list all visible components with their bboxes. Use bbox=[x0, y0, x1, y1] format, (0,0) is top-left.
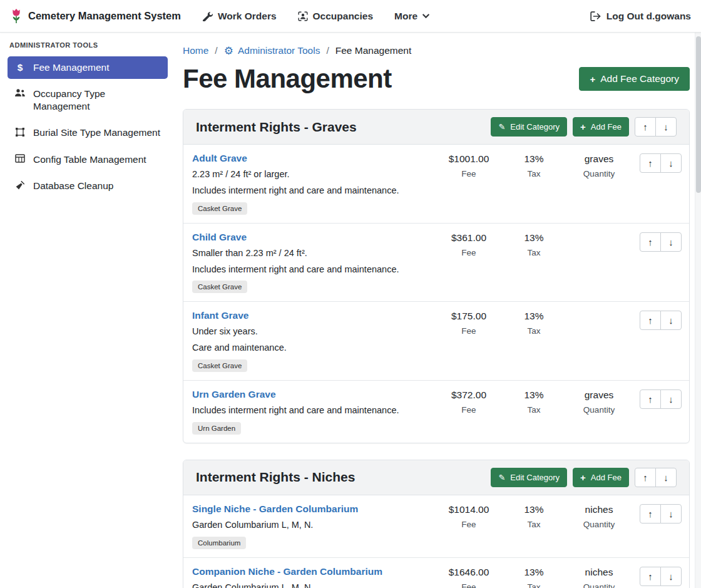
fee-amount: $1646.00 bbox=[436, 567, 501, 578]
breadcrumb: Home / ⚙ Administrator Tools / Fee Manag… bbox=[183, 45, 690, 56]
sidebar-item-config-table-management[interactable]: Config Table Management bbox=[8, 148, 168, 171]
fee-name-link[interactable]: Urn Garden Grave bbox=[192, 389, 276, 400]
nav-work-orders[interactable]: Work Orders bbox=[202, 11, 277, 22]
move-fee-down-button[interactable]: ↓ bbox=[660, 567, 682, 586]
move-category-up-button[interactable]: ↑ bbox=[635, 468, 656, 487]
plus-icon: + bbox=[580, 473, 586, 482]
move-fee-down-button[interactable]: ↓ bbox=[660, 153, 682, 173]
sidebar-item-label: Fee Management bbox=[33, 61, 110, 74]
category-title: Interment Rights - Graves bbox=[196, 120, 357, 135]
add-fee-label: Add Fee bbox=[591, 122, 622, 132]
arrow-up-icon: ↑ bbox=[643, 121, 648, 132]
breadcrumb-home[interactable]: Home bbox=[183, 45, 208, 56]
scrollbar-thumb[interactable] bbox=[696, 36, 701, 193]
move-fee-down-button[interactable]: ↓ bbox=[660, 232, 682, 252]
fee-description: 2.23 m² / 24 ft² or larger. bbox=[192, 168, 436, 180]
breadcrumb-admin-tools[interactable]: ⚙ Administrator Tools bbox=[224, 45, 320, 56]
fee-amount: $361.00 bbox=[436, 232, 501, 244]
arrow-down-icon: ↓ bbox=[668, 394, 673, 405]
fee-quantity-col bbox=[566, 310, 632, 315]
nav-occupancies[interactable]: Occupancies bbox=[298, 11, 374, 22]
fee-description: Garden Columbarium L, M, N. bbox=[192, 582, 436, 588]
fee-name-link[interactable]: Single Niche - Garden Columbarium bbox=[192, 503, 358, 515]
add-fee-button[interactable]: + Add Fee bbox=[573, 117, 629, 137]
fee-name-link[interactable]: Companion Niche - Garden Columbarium bbox=[192, 566, 382, 577]
move-fee-up-button[interactable]: ↑ bbox=[640, 389, 661, 409]
move-fee-up-button[interactable]: ↑ bbox=[640, 504, 661, 524]
sidebar-item-database-cleanup[interactable]: Database Cleanup bbox=[8, 175, 168, 197]
fee-tax-col: 13% Tax bbox=[501, 310, 566, 336]
move-category-up-button[interactable]: ↑ bbox=[635, 117, 656, 137]
nav-more-label: More bbox=[394, 11, 417, 22]
move-fee-up-button[interactable]: ↑ bbox=[640, 567, 661, 586]
fee-reorder-group: ↑ ↓ bbox=[640, 567, 682, 586]
fee-quantity-col: niches Quantity bbox=[566, 503, 632, 529]
scrollbar[interactable] bbox=[695, 33, 701, 588]
dollar-icon: $ bbox=[14, 62, 26, 74]
fee-name-link[interactable]: Infant Grave bbox=[192, 310, 248, 321]
fee-tax-label: Tax bbox=[501, 326, 566, 336]
fee-tax-col: 13% Tax bbox=[501, 153, 566, 178]
gear-icon: ⚙ bbox=[224, 46, 233, 56]
edit-category-label: Edit Category bbox=[510, 122, 560, 132]
move-fee-down-button[interactable]: ↓ bbox=[660, 504, 682, 524]
sidebar-heading: Administrator Tools bbox=[8, 41, 168, 56]
page-title: Fee Management bbox=[183, 64, 392, 94]
app-brand[interactable]: Cemetery Management System bbox=[10, 8, 181, 24]
pencil-icon: ✎ bbox=[498, 123, 505, 131]
logout-icon bbox=[590, 11, 601, 21]
fee-amount-col: $361.00 Fee bbox=[436, 232, 501, 257]
logout-button[interactable]: Log Out d.gowans bbox=[590, 11, 691, 22]
sidebar: Administrator Tools $ Fee Management Occ… bbox=[0, 33, 175, 588]
fee-description: Care and maintenance. bbox=[192, 342, 436, 354]
breadcrumb-current: Fee Management bbox=[335, 45, 412, 56]
add-fee-category-label: Add Fee Category bbox=[600, 73, 679, 85]
sidebar-item-burial-site-type-management[interactable]: Burial Site Type Management bbox=[8, 121, 168, 144]
fee-row: Companion Niche - Garden Columbarium Gar… bbox=[183, 557, 689, 588]
move-fee-down-button[interactable]: ↓ bbox=[660, 389, 682, 409]
fee-tax: 13% bbox=[501, 232, 566, 244]
fee-quantity: graves bbox=[566, 389, 632, 401]
move-category-down-button[interactable]: ↓ bbox=[655, 468, 677, 487]
move-fee-up-button[interactable]: ↑ bbox=[640, 153, 661, 173]
move-category-down-button[interactable]: ↓ bbox=[655, 117, 677, 137]
fee-details: Urn Garden Grave Includes interment righ… bbox=[192, 389, 436, 435]
fee-type-badge: Casket Grave bbox=[192, 359, 247, 372]
fee-row: Infant Grave Under six years.Care and ma… bbox=[183, 301, 689, 380]
page-header: Fee Management + Add Fee Category bbox=[183, 64, 690, 94]
add-fee-category-button[interactable]: + Add Fee Category bbox=[579, 67, 690, 91]
fee-name-link[interactable]: Child Grave bbox=[192, 232, 247, 243]
category-header: Interment Rights - Niches ✎ Edit Categor… bbox=[183, 460, 689, 495]
sidebar-item-fee-management[interactable]: $ Fee Management bbox=[8, 56, 168, 79]
fee-category-card: Interment Rights - Graves ✎ Edit Categor… bbox=[183, 109, 690, 443]
arrow-down-icon: ↓ bbox=[668, 237, 673, 247]
fee-quantity-label: Quantity bbox=[566, 405, 632, 415]
sidebar-item-label: Burial Site Type Management bbox=[33, 126, 160, 139]
edit-category-button[interactable]: ✎ Edit Category bbox=[491, 468, 567, 487]
move-fee-down-button[interactable]: ↓ bbox=[660, 311, 682, 330]
arrow-up-icon: ↑ bbox=[648, 508, 653, 519]
add-fee-button[interactable]: + Add Fee bbox=[573, 468, 629, 487]
arrow-down-icon: ↓ bbox=[663, 121, 668, 132]
move-fee-up-button[interactable]: ↑ bbox=[640, 232, 661, 252]
fee-amount: $372.00 bbox=[436, 389, 501, 401]
fee-details: Infant Grave Under six years.Care and ma… bbox=[192, 310, 436, 372]
fee-amount-label: Fee bbox=[436, 169, 501, 178]
nav-occupancies-label: Occupancies bbox=[313, 11, 374, 22]
fee-tax-label: Tax bbox=[501, 248, 566, 257]
fee-amount-label: Fee bbox=[436, 326, 501, 336]
fee-amount-label: Fee bbox=[436, 248, 501, 257]
arrow-down-icon: ↓ bbox=[668, 315, 673, 326]
move-fee-up-button[interactable]: ↑ bbox=[640, 311, 661, 330]
fee-tax-col: 13% Tax bbox=[501, 232, 566, 257]
fee-descriptions: Includes interment right and care and ma… bbox=[192, 405, 436, 416]
arrow-down-icon: ↓ bbox=[663, 472, 668, 483]
fee-name-link[interactable]: Adult Grave bbox=[192, 153, 247, 164]
nav-more[interactable]: More bbox=[394, 11, 429, 22]
fee-amount-label: Fee bbox=[436, 520, 501, 529]
sidebar-item-occupancy-type-management[interactable]: Occupancy Type Management bbox=[8, 83, 168, 118]
fee-category-card: Interment Rights - Niches ✎ Edit Categor… bbox=[183, 460, 690, 588]
fee-quantity-col: graves Quantity bbox=[566, 153, 632, 178]
fee-amount: $175.00 bbox=[436, 311, 501, 322]
edit-category-button[interactable]: ✎ Edit Category bbox=[491, 117, 567, 137]
